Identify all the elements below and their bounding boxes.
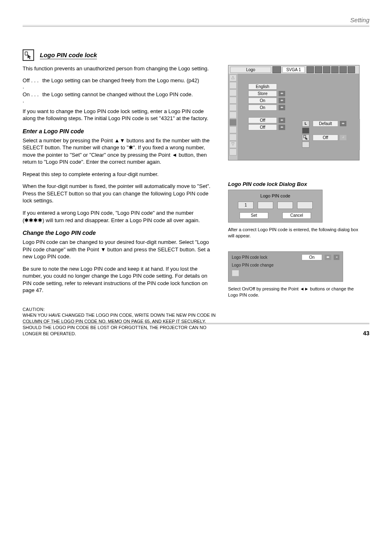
on1-val[interactable]: On [248,97,277,104]
toolbar-icon [331,66,339,73]
leftright-icon[interactable]: ◂▸ [279,125,285,130]
popup-off-val[interactable]: Off [313,135,338,141]
pin-lock-panel-figure: Logo PIN code lock On ◂▸ ◂ Logo PIN code… [228,251,364,298]
pin-digit-2[interactable] [258,202,273,209]
off2-val[interactable]: Off [248,124,277,130]
enter-step3: When the four-digit number is fixed, the… [23,183,216,204]
quit-icon[interactable] [229,149,237,155]
on2-val[interactable]: On [248,104,277,111]
caution-block: CAUTION: WHEN YOU HAVE CHANGED THE LOGO … [23,306,216,337]
source-icon [272,66,281,73]
pin-dialog-figure: Logo PIN code lock Dialog Box Logo PIN c… [228,181,364,239]
svg-rect-0 [25,52,28,55]
leftright-icon[interactable]: ◂▸ [279,105,285,110]
enter-arrow-icon[interactable]: ↲ [340,135,346,140]
leftright-icon[interactable]: ◂▸ [325,255,331,260]
off1-val[interactable]: Off [248,117,277,123]
panel-title: Logo [230,67,271,73]
leftright-icon[interactable]: ◂▸ [279,118,285,123]
header-title: Setting [23,16,369,25]
side-icon[interactable] [229,111,237,118]
quit-icon[interactable] [302,142,309,148]
side-icon-selected[interactable] [229,119,237,126]
language-val[interactable]: English [248,84,277,90]
pin-dialog-title: Logo PIN code [233,193,318,198]
set-button[interactable]: Set [240,212,268,219]
pin-dialog-note: After a correct Logo PIN code is entered… [228,227,364,239]
leftright-icon[interactable]: ◂▸ [279,91,285,96]
down-icon[interactable]: ▽ [229,141,237,148]
side-icon[interactable] [229,126,237,133]
logo-sub-popup: L Default ◂▸ [300,119,360,150]
quit-icon[interactable] [232,270,239,276]
pin-lock-value[interactable]: On [302,254,322,260]
pin-dialog: Logo PIN code 1 Set Cancel [228,190,323,223]
cancel-button[interactable]: Cancel [282,212,311,219]
on-label: On . . . . [23,91,39,104]
toolbar-icon [348,66,355,73]
off-desc: the Logo setting can be changed freely f… [42,77,216,90]
store-val[interactable]: Store [248,91,277,97]
pin-digit-3[interactable] [277,202,293,209]
pin-dialog-caption: Logo PIN code lock Dialog Box [228,181,364,187]
toolbar-icon [323,66,330,73]
pin-digit-1[interactable]: 1 [238,202,254,209]
caution-title: CAUTION: [23,306,216,312]
side-icon[interactable] [229,82,237,89]
side-icon[interactable] [229,89,237,96]
pointer-icon: ◂ [334,255,339,260]
enter-step1: Select a number by pressing the Point ▲▼… [23,137,216,166]
capture-icon [302,128,309,134]
pin-lock-note: Select On/Off by pressing the Point ◄► b… [228,286,364,298]
enter-step2: Repeat this step to complete entering a … [23,171,216,178]
page-number: 43 [363,330,369,337]
change-step2: Be sure to note the new Logo PIN code an… [23,265,216,294]
enter-pin-heading: Enter a Logo PIN code [23,128,216,135]
pin-lock-label: Logo PIN code lock [232,255,299,260]
logo-settings-figure: Logo SVGA 1 [228,65,364,160]
toolbar-icon [339,66,347,73]
leftright-icon[interactable]: ◂▸ [279,98,285,103]
side-icon[interactable] [229,97,237,104]
side-icon[interactable] [229,134,237,141]
leftright-icon[interactable]: ◂▸ [340,121,346,126]
side-icon[interactable] [229,104,237,111]
toolbar-icon [315,66,322,73]
l-icon: L [302,121,309,127]
caution-text: WHEN YOU HAVE CHANGED THE LOGO PIN CODE,… [23,312,216,337]
enter-wrong: If you entered a wrong Logo PIN code, "L… [23,209,216,224]
change-step1: Logo PIN code can be changed to your des… [23,239,216,260]
intro-text: This function prevents an unauthorized p… [23,65,216,72]
panel-mode: SVGA 1 [282,67,305,73]
pin-change-label[interactable]: Logo PIN code change [232,263,339,267]
up-icon[interactable]: △ [229,74,237,81]
default-val[interactable]: Default [313,121,338,127]
change-instruction: If you want to change the Logo PIN code … [23,108,216,122]
change-pin-heading: Change the Logo PIN code [23,230,216,236]
off-label: Off . . . . [23,77,39,90]
section-title: Logo PIN code lock [40,51,97,59]
on-desc: the Logo setting cannot be changed witho… [42,91,216,104]
toolbar-icon [307,66,314,73]
lock-cursor-icon [23,49,34,61]
lock-icon [302,135,309,141]
pin-digit-4[interactable] [297,202,313,209]
